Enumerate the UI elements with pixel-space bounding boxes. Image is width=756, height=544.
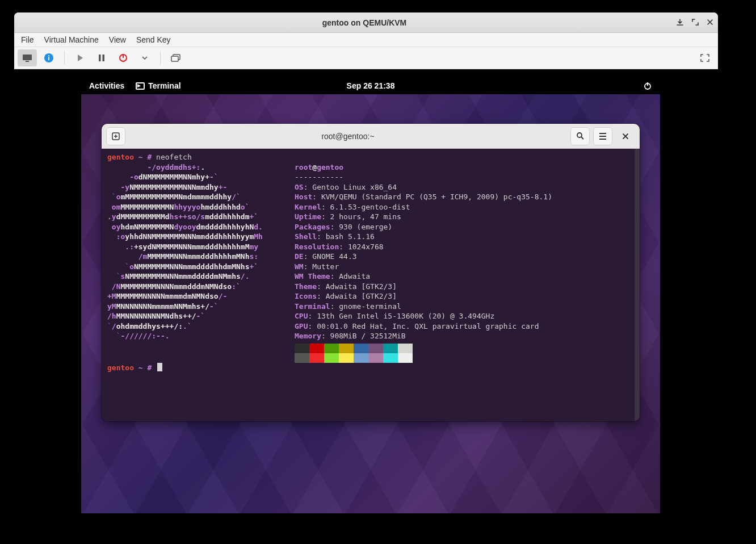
app-name: Terminal <box>148 81 180 90</box>
svg-rect-6 <box>103 55 105 61</box>
hamburger-button[interactable] <box>593 127 612 145</box>
color-swatch <box>398 353 413 363</box>
virt-manager-window: gentoo on QEMU/KVM File Virtual Machine … <box>14 12 718 541</box>
gnome-topbar: Activities Terminal Sep 26 21:38 <box>81 77 660 94</box>
info-button[interactable] <box>39 49 58 66</box>
color-swatch <box>354 353 368 363</box>
menu-file[interactable]: File <box>21 35 34 44</box>
svg-rect-10 <box>171 56 178 61</box>
neofetch-row: `/ohdmmddhys+++/:.`GPU: 00:01.0 Red Hat,… <box>107 321 634 332</box>
download-icon[interactable] <box>676 19 684 27</box>
neofetch-row: oyhdmNMMMMMMMNdyooydmddddhhhhyhNd.Packag… <box>107 222 634 232</box>
vm-toolbar <box>14 47 718 69</box>
color-swatch <box>324 344 339 353</box>
terminal-window: root@gentoo:~ gentoo ~ # neofetch <box>102 124 640 421</box>
palette-light <box>295 353 634 363</box>
svg-rect-12 <box>647 82 648 86</box>
color-swatch <box>368 353 383 363</box>
neofetch-row: /hMMNNNNNNNNMNdhs++/-`CPU: 13th Gen Inte… <box>107 311 634 321</box>
search-button[interactable] <box>570 127 590 145</box>
color-swatch <box>354 344 368 353</box>
menu-send-key[interactable]: Send Key <box>136 35 171 44</box>
neofetch-row: +MMMMMMMNNNNNmmmmdmNMNdso/-Icons: Adwait… <box>107 291 634 302</box>
neofetch-row: .:+sydNMMMMMNNNmmmdddhhhhhmMmyResolution… <box>107 242 634 252</box>
svg-rect-3 <box>48 57 49 60</box>
neofetch-row: -odNMMMMMMMMNNmhy+-`----------- <box>107 172 634 182</box>
svg-rect-4 <box>48 55 49 56</box>
neofetch-row: `omMMMMMMMMMMMMNmdmmmmddhhy/`Host: KVM/Q… <box>107 192 634 202</box>
color-swatch <box>383 344 398 353</box>
neofetch-row: omMMMMMMMMMMMNhhyyyohmdddhhhdo`Kernel: 6… <box>107 202 634 212</box>
power-menu-button[interactable] <box>135 49 154 66</box>
svg-point-14 <box>577 133 582 137</box>
color-swatch <box>309 353 324 363</box>
color-swatch <box>339 353 354 363</box>
color-swatch <box>324 353 339 363</box>
prompt-line: gentoo ~ # neofetch <box>107 152 634 162</box>
play-button[interactable] <box>70 49 90 66</box>
color-swatch <box>368 344 383 353</box>
menu-virtual-machine[interactable]: Virtual Machine <box>44 35 99 44</box>
terminal-body[interactable]: gentoo ~ # neofetch -/oyddmdhs+:.root@ge… <box>102 149 640 421</box>
maximize-icon[interactable] <box>692 19 699 27</box>
cursor <box>157 363 162 371</box>
svg-rect-1 <box>26 61 29 62</box>
neofetch-row: .ydMMMMMMMMMMdhs++so/smdddhhhhdm+`Uptime… <box>107 212 634 222</box>
snapshots-button[interactable] <box>166 49 186 66</box>
fullscreen-button[interactable] <box>695 49 715 66</box>
svg-rect-5 <box>99 55 101 61</box>
neofetch-row: `sNMMMMMMMMNNNmmmdddddmNMmhs/.WM Theme: … <box>107 271 634 282</box>
neofetch-row: -/oyddmdhs+:.root@gentoo <box>107 162 634 173</box>
neofetch-row: `-//////:--.Memory: 908MiB / 32512MiB <box>107 331 634 341</box>
neofetch-row: /mMMMMMMNNNmmmdddhhhhmMNhs:DE: GNOME 44.… <box>107 252 634 262</box>
vm-title: gentoo on QEMU/KVM <box>53 18 676 27</box>
color-swatch <box>398 344 413 353</box>
color-swatch <box>295 344 309 353</box>
neofetch-row: :oyhhdNNMMMMMMMNNNmmdddhhhhhyymMhShell: … <box>107 232 634 242</box>
svg-rect-8 <box>123 54 124 58</box>
svg-rect-0 <box>23 55 32 60</box>
color-swatch <box>309 344 324 353</box>
current-app[interactable]: Terminal <box>136 81 180 90</box>
console-button[interactable] <box>18 49 37 66</box>
vm-titlebar[interactable]: gentoo on QEMU/KVM <box>14 12 718 33</box>
neofetch-row: -yNMMMMMMMMMMMNNNmmdhy+-OS: Gentoo Linux… <box>107 182 634 193</box>
activities-button[interactable]: Activities <box>89 81 124 90</box>
new-tab-button[interactable] <box>106 127 125 145</box>
close-button[interactable] <box>616 127 635 145</box>
gnome-desktop[interactable]: Activities Terminal Sep 26 21:38 <box>81 77 660 513</box>
close-icon[interactable] <box>707 19 713 27</box>
power-button[interactable] <box>114 49 133 66</box>
pause-button[interactable] <box>92 49 111 66</box>
palette-dark <box>295 344 634 353</box>
guest-display[interactable]: Activities Terminal Sep 26 21:38 <box>14 69 718 541</box>
clock[interactable]: Sep 26 21:38 <box>347 81 395 90</box>
neofetch-output: -/oyddmdhs+:.root@gentoo -odNMMMMMMMMNNm… <box>107 162 634 341</box>
neofetch-row: `oNMMMMMMMNNNmmmddddhhdmMNhs+`WM: Mutter <box>107 262 634 272</box>
color-swatch <box>339 344 354 353</box>
color-swatch <box>383 353 398 363</box>
terminal-title: root@gentoo:~ <box>129 132 567 141</box>
color-swatch <box>295 353 309 363</box>
vm-menubar: File Virtual Machine View Send Key <box>14 33 718 47</box>
power-icon[interactable] <box>643 81 652 90</box>
scrollbar[interactable] <box>635 149 640 421</box>
terminal-headerbar[interactable]: root@gentoo:~ <box>102 124 640 149</box>
neofetch-row: /NMMMMMMMMNNNNmmmdddmNMNdso:`Theme: Adwa… <box>107 282 634 292</box>
prompt-line-2: gentoo ~ # <box>107 363 634 373</box>
menu-view[interactable]: View <box>109 35 126 44</box>
neofetch-row: yMMNNNNNNNmmmmmNNMmhs+/-`Terminal: gnome… <box>107 302 634 312</box>
terminal-icon <box>136 82 145 90</box>
